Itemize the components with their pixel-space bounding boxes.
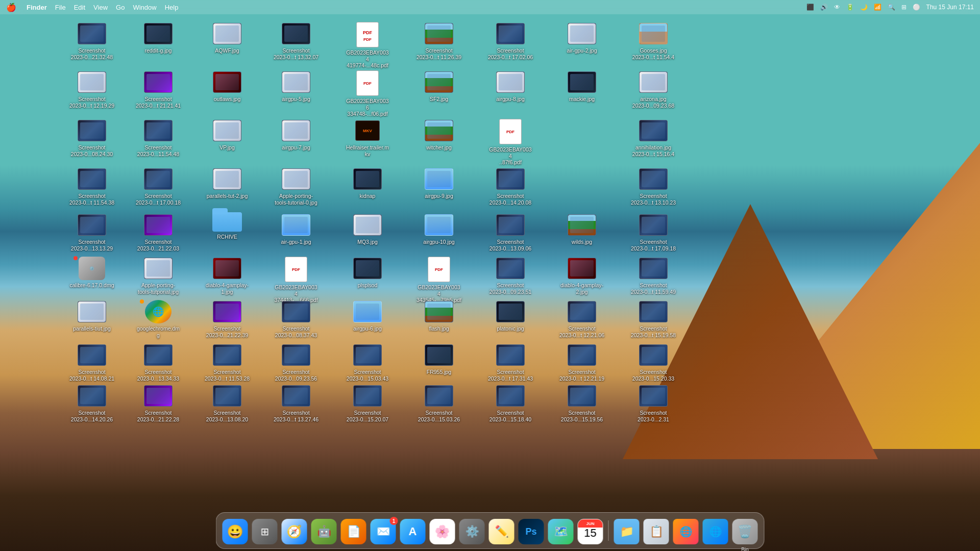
icon-screenshot-9[interactable]: Screenshot2023-0...t 11.54.38 — [66, 167, 117, 206]
icon-sf2[interactable]: SF2.jpg — [413, 70, 464, 103]
menubar-battery-icon[interactable]: 🔋 — [846, 4, 854, 11]
icon-reddit[interactable]: reddit-g.jpg — [133, 21, 184, 55]
icon-screenshot-16[interactable]: Screenshot2023-0...t 17.09.18 — [628, 213, 679, 252]
icon-calibre[interactable]: ⚙️ calibre-6.17.0.dmg — [66, 256, 117, 289]
icon-screenshot-36[interactable]: Screenshot2023-0...15.03.26 — [413, 384, 464, 423]
icon-vp[interactable]: VP.jpg — [202, 118, 253, 152]
icon-screenshot-39[interactable]: Screenshot2023-0...2.31 — [628, 384, 679, 423]
menubar-view[interactable]: View — [93, 4, 108, 11]
dock-recent-folder1[interactable]: 📁 — [613, 518, 641, 545]
icon-gb1[interactable]: PDF GB2023EBAY0034419774-...48c.pdf — [342, 21, 393, 69]
icon-flash[interactable]: flash.jpg — [413, 299, 464, 333]
dock-calendar[interactable]: JUN 15 — [577, 518, 604, 545]
dock-trash[interactable]: 🗑️ Bin — [731, 518, 759, 545]
icon-airgpu9[interactable]: airgpu-9.jpg — [413, 167, 464, 200]
dock-photos[interactable]: 🌸 — [429, 518, 456, 545]
icon-airgpu7[interactable]: airgpu-7.jpg — [271, 118, 322, 152]
menubar-accessibility-icon[interactable]: 👁 — [834, 4, 840, 11]
icon-gb3[interactable]: PDF GB2023EBAY0034..87f6.pdf — [485, 118, 536, 166]
icon-apple-porting-0[interactable]: Apple-porting-tools-tutorial-0.jpg — [271, 167, 322, 206]
icon-airgpu5[interactable]: airgpu-5.jpg — [271, 70, 322, 103]
icon-screenshot-33[interactable]: Screenshot2023-0...13.08.20 — [202, 384, 253, 423]
icon-hellraiser[interactable]: MKV Hellraiser.trailer.mkv — [342, 118, 393, 158]
icon-outlaws[interactable]: outlaws.jpg — [202, 70, 253, 103]
icon-screenshot-19[interactable]: Screenshot2023-0...21.22.39 — [202, 299, 253, 339]
icon-gb4[interactable]: PDF GB2023EBAY0034374413-....666.pdf — [271, 256, 322, 304]
icon-witcher[interactable]: witcher.jpg — [413, 118, 464, 152]
icon-diablo4-2[interactable]: diablo-4-gamplay-2.jpg — [556, 256, 607, 295]
icon-gb2[interactable]: PDF GB2023EBAY0036334748-...f06.pdf — [342, 70, 393, 118]
icon-rchive[interactable]: RCHIVE — [202, 208, 253, 241]
icon-aqwf[interactable]: AQWF.jpg — [202, 21, 253, 55]
icon-screenshot-10[interactable]: Screenshot2023-0...t 17.00.18 — [133, 167, 184, 206]
dock-android[interactable]: 🤖 — [310, 518, 338, 545]
dock-appstore[interactable]: A — [399, 518, 427, 545]
menubar-help[interactable]: Help — [165, 4, 179, 11]
icon-screenshot-14[interactable]: Screenshot2023-0...21.22.03 — [133, 213, 184, 252]
icon-fr955[interactable]: FR955.jpg — [413, 343, 464, 376]
icon-screenshot-30[interactable]: Screenshot2023-0...15.20.33 — [628, 343, 679, 382]
dock-launchpad[interactable]: ⊞ — [251, 518, 279, 545]
dock-recent-browser1[interactable]: 🌐 — [672, 518, 700, 545]
menubar-edit[interactable]: Edit — [74, 4, 85, 11]
menubar-go[interactable]: Go — [116, 4, 125, 11]
icon-mq3[interactable]: MQ3.jpg — [342, 213, 393, 246]
dock-mail[interactable]: ✉️ 1 — [370, 518, 397, 545]
icon-airgpu2[interactable]: air-gpu-2.jpg — [556, 21, 607, 55]
menubar-window[interactable]: Window — [133, 4, 156, 11]
icon-screenshot-7[interactable]: Screenshot2023-0...08.24.30 — [66, 118, 117, 158]
icon-screenshot-2[interactable]: Screenshot2023-0...t 13.32.07 — [271, 21, 322, 61]
icon-arizona[interactable]: arizona.jpg2023-0...09.23.68 — [628, 70, 679, 109]
icon-screenshot-1[interactable]: Screenshot2023-0...21.32.48 — [66, 21, 117, 61]
icon-screenshot-28[interactable]: Screenshot2023-0...t 17.31.43 — [485, 343, 536, 382]
dock-recent-folder2[interactable]: 📋 — [643, 518, 670, 545]
icon-screenshot-34[interactable]: Screenshot2023-0...t 13.27.46 — [271, 384, 322, 423]
apple-menu[interactable]: 🍎 — [6, 3, 16, 12]
icon-screenshot-23[interactable]: Screenshot2023-0...t 14.08.21 — [66, 343, 117, 382]
dock-photoshop[interactable]: Ps — [518, 518, 545, 545]
dock-safari[interactable]: 🧭 — [281, 518, 308, 545]
icon-screenshot-31[interactable]: Screenshot2023-0...14.20.26 — [66, 384, 117, 423]
icon-airgpu10[interactable]: airgpu-10.jpg — [413, 213, 464, 246]
icon-screenshot-3[interactable]: Screenshot2023-0...t 11.26.39 — [413, 21, 464, 61]
icon-screenshot-21[interactable]: Screenshot2023-0...t 12.21.06 — [556, 299, 607, 339]
icon-screenshot-35[interactable]: Screenshot2023-0...15.20.07 — [342, 384, 393, 423]
icon-kidnap[interactable]: kidnap — [342, 167, 393, 200]
icon-plsplsod[interactable]: plsplsod — [342, 256, 393, 289]
dock-pages[interactable]: 📄 — [340, 518, 368, 545]
menubar-file[interactable]: File — [55, 4, 66, 11]
icon-wilds[interactable]: wilds.jpg — [556, 213, 607, 246]
icon-airgpu1[interactable]: air-gpu-1.jpg — [271, 213, 322, 246]
icon-screenshot-11[interactable]: Screenshot2023-0...14.20.08 — [485, 167, 536, 206]
icon-screenshot-24[interactable]: Screenshot2023-0...13.34.33 — [133, 343, 184, 382]
icon-mackie[interactable]: mackie.jpg — [556, 70, 607, 103]
menubar-siri-icon[interactable]: ⚪ — [913, 4, 920, 11]
icon-airgpu6[interactable]: airgpu-6.jpg — [342, 299, 393, 333]
menubar-moon-icon[interactable]: 🌙 — [860, 4, 868, 11]
icon-screenshot-27[interactable]: Screenshot2023-0...15.03.43 — [342, 343, 393, 382]
icon-gb5[interactable]: PDF GB2023EBAY0034343545-...79b5.pdf — [413, 256, 464, 304]
icon-screenshot-29[interactable]: Screenshot2023-0...t 12.21.19 — [556, 343, 607, 382]
icon-annihilation[interactable]: annihilation.jpg2023-0...t 15.16.4 — [628, 118, 679, 158]
icon-screenshot-22[interactable]: Screenshot2023-0...t 15.19.58 — [628, 299, 679, 339]
icon-screenshot-6[interactable]: Screenshot2023-0...t 21.21.41 — [133, 70, 184, 109]
menubar-controlcenter-icon[interactable]: ⊞ — [901, 4, 906, 11]
icon-screenshot-18[interactable]: Screenshot2023-0...t 11.59.49 — [628, 256, 679, 295]
icon-screenshot-15[interactable]: Screenshot2023-0...13.09.06 — [485, 213, 536, 252]
icon-screenshot-17[interactable]: Screenshot2023-0...09.23.51 — [485, 256, 536, 295]
icon-screenshot-25[interactable]: Screenshot2023-0...t 11.53.28 — [202, 343, 253, 382]
icon-screenshot-5[interactable]: Screenshot2023-0...t 12.19.29 — [66, 70, 117, 109]
icon-gooses[interactable]: Gooses.jpg2023-0...t 11.54.4 — [628, 21, 679, 61]
icon-screenshot-26[interactable]: Screenshot2023-0...09.23.56 — [271, 343, 322, 382]
dock-recent-browser2[interactable]: 🌐 — [702, 518, 729, 545]
menubar-finder[interactable]: Finder — [27, 4, 47, 11]
dock-freeform[interactable]: ✏️ — [488, 518, 516, 545]
icon-parallels-tut2[interactable]: parallels-tut-2.jpg — [202, 167, 253, 200]
icon-diablo4-1[interactable]: diablo-4-gamplay-1.jpg — [202, 256, 253, 295]
dock-system-settings[interactable]: ⚙️ — [458, 518, 486, 545]
icon-screenshot-8[interactable]: Screenshot2023-0...11.54.48 — [133, 118, 184, 158]
icon-screenshot-13[interactable]: Screenshot2023-0...13.13.29 — [66, 213, 117, 252]
icon-googlechrome[interactable]: 🌐 googlechrome.dmg — [133, 299, 184, 339]
icon-apple-porting-tut[interactable]: Apple-porting-tools-tutporial.jpg — [133, 256, 184, 295]
icon-airgpu8[interactable]: airgpu-8.jpg — [485, 70, 536, 103]
